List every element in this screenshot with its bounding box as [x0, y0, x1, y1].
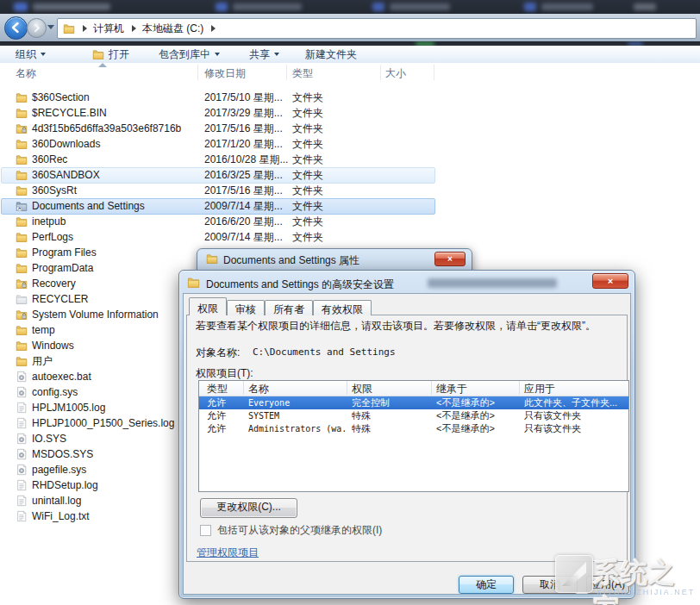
file-row[interactable]: 360Rec 2016/10/28 星期... 文件夹 [0, 152, 438, 167]
perm-apply-to: 只有该文件夹 [524, 422, 627, 435]
manage-permission-entries-link[interactable]: 管理权限项目 [197, 546, 259, 560]
tab-owner[interactable]: 所有者 [265, 300, 313, 315]
explorer-titlebar: 计算机 本地磁盘 (C:) [0, 14, 700, 42]
file-icon [16, 402, 28, 414]
perm-type: 允许 [207, 409, 245, 422]
column-separator[interactable] [197, 65, 198, 80]
perm-col-permission[interactable]: 权限 [352, 382, 372, 396]
file-date-modified: 2016/10/28 星期... [204, 152, 288, 167]
inherit-checkbox[interactable] [200, 525, 211, 536]
location-folder-icon [63, 22, 75, 34]
close-icon[interactable]: × [434, 252, 466, 266]
column-separator [519, 381, 520, 395]
file-row[interactable]: PerfLogs 2009/7/14 星期... 文件夹 [0, 229, 438, 245]
file-name: inetpub [32, 214, 66, 229]
site-watermark: 系统之家 XITONGZHIJIA.NET [555, 550, 700, 603]
history-dropdown-icon[interactable] [47, 25, 54, 29]
toolbar-include-in-library[interactable]: 包含到库中 [153, 46, 225, 63]
file-row[interactable]: Documents and Settings 2009/7/14 星期... 文… [0, 198, 438, 214]
file-name: 360SANDBOX [32, 167, 100, 183]
blurred-title-text [428, 278, 557, 288]
column-separator [243, 381, 244, 395]
file-name: 360Downloads [32, 136, 100, 152]
toolbar-organize[interactable]: 组织 [10, 46, 51, 63]
file-date-modified: 2016/3/25 星期... [204, 167, 283, 183]
file-icon [16, 355, 28, 367]
file-icon [16, 495, 28, 507]
permission-row[interactable]: 允许 SYSTEM 特殊 <不是继承的> 只有该文件夹 [199, 409, 628, 422]
tab-effective-permissions[interactable]: 有效权限 [313, 300, 372, 315]
back-button[interactable] [4, 16, 28, 40]
file-name: $RECYCLE.BIN [32, 105, 107, 121]
toolbar-new-folder[interactable]: 新建文件夹 [300, 46, 362, 63]
watermark-logo-icon [555, 555, 593, 593]
close-icon[interactable]: × [592, 273, 628, 289]
column-header-type[interactable]: 类型 [292, 66, 313, 81]
file-name: HPLJP1000_P1500_Series.log [32, 415, 174, 431]
file-name: WiFi_Log.txt [32, 508, 90, 524]
tab-auditing[interactable]: 审核 [227, 300, 265, 315]
file-icon [16, 138, 28, 150]
permission-row[interactable]: 允许 Everyone 完全控制 <不是继承的> 此文件夹、子文件夹... [199, 396, 628, 409]
file-date-modified: 2017/5/10 星期... [204, 90, 283, 105]
file-name: autoexec.bat [32, 369, 91, 384]
file-type: 文件夹 [292, 229, 323, 245]
column-separator[interactable] [434, 65, 434, 80]
column-separator[interactable] [380, 65, 381, 80]
perm-inherited-from: <不是继承的> [436, 409, 521, 422]
toolbar-open[interactable]: 打开 [87, 46, 134, 63]
file-name: config.sys [32, 384, 78, 400]
ok-button[interactable]: 确定 [459, 576, 514, 594]
column-header-name[interactable]: 名称 [16, 66, 36, 81]
perm-col-inherited-from[interactable]: 继承于 [436, 382, 467, 396]
toolbar-share[interactable]: 共享 [244, 46, 284, 63]
address-bar[interactable]: 计算机 本地磁盘 (C:) [57, 18, 697, 39]
file-row[interactable]: 360SANDBOX 2016/3/25 星期... 文件夹 [0, 167, 438, 183]
file-row[interactable]: 360Downloads 2017/1/20 星期... 文件夹 [0, 136, 438, 152]
change-permissions-button[interactable]: 更改权限(C)... [200, 498, 297, 518]
perm-principal: Everyone [248, 396, 348, 409]
file-icon [16, 340, 28, 352]
file-name: 360Rec [32, 152, 67, 167]
breadcrumb-separator-icon[interactable] [211, 25, 216, 32]
perm-col-apply-to[interactable]: 应用于 [524, 382, 555, 396]
folder-icon [206, 253, 218, 265]
perm-col-name[interactable]: 名称 [248, 382, 269, 396]
permission-entries-table[interactable]: 类型 名称 权限 继承于 应用于 允许 Everyone 完全控制 <不是继承的… [198, 380, 629, 492]
perm-col-type[interactable]: 类型 [207, 382, 228, 396]
permission-row[interactable]: 允许 Administrators (wa... 特殊 <不是继承的> 只有该文… [199, 422, 628, 435]
column-header-date-modified[interactable]: 修改日期 [204, 66, 246, 81]
column-header-row: 名称 修改日期 类型 大小 [0, 63, 700, 83]
perm-principal: SYSTEM [248, 409, 348, 422]
breadcrumb-local-disk-c[interactable]: 本地磁盘 (C:) [142, 22, 203, 36]
blurred-tab [233, 3, 302, 10]
file-type: 文件夹 [292, 183, 323, 198]
column-separator[interactable] [286, 65, 287, 80]
perm-permission: 特殊 [352, 422, 433, 435]
file-name: 用户 [32, 353, 53, 369]
file-name: HPLJM1005.log [32, 400, 105, 415]
file-date-modified: 2017/1/20 星期... [204, 136, 283, 152]
file-type: 文件夹 [292, 105, 323, 121]
file-row[interactable]: 4d3f15b65d6ffa39a503e6f8716b 2017/5/16 星… [0, 121, 438, 136]
file-icon [16, 479, 28, 491]
file-row[interactable]: $360Section 2017/5/10 星期... 文件夹 [0, 90, 438, 105]
file-row[interactable]: $RECYCLE.BIN 2017/3/29 星期... 文件夹 [0, 105, 438, 121]
file-name: MSDOS.SYS [32, 446, 93, 462]
watermark-text: 系统之家 [593, 555, 700, 605]
column-separator [431, 381, 432, 395]
file-type: 文件夹 [292, 214, 323, 229]
toolbar-include-label: 包含到库中 [159, 47, 210, 62]
file-icon [16, 262, 28, 274]
forward-button[interactable] [27, 18, 47, 38]
file-icon [16, 448, 28, 460]
tab-permissions[interactable]: 权限 [189, 297, 227, 315]
file-date-modified: 2016/6/20 星期... [204, 214, 283, 229]
file-date-modified: 2017/5/16 星期... [204, 121, 283, 136]
column-header-size[interactable]: 大小 [385, 66, 406, 81]
file-row[interactable]: inetpub 2016/6/20 星期... 文件夹 [0, 214, 438, 229]
blurred-tab-icon [14, 3, 28, 11]
file-name: RHDSetup.log [32, 477, 98, 493]
file-row[interactable]: 360SysRt 2017/5/16 星期... 文件夹 [0, 183, 438, 198]
breadcrumb-computer[interactable]: 计算机 [93, 22, 124, 36]
